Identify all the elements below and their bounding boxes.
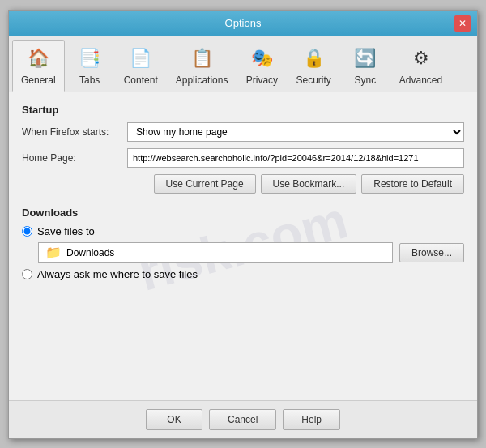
footer: OK Cancel Help	[9, 400, 477, 438]
privacy-icon: 🎭	[249, 45, 275, 71]
use-bookmark-button[interactable]: Use Bookmark...	[261, 174, 357, 194]
applications-icon: 📋	[189, 45, 215, 71]
toolbar-general-label: General	[21, 75, 56, 86]
homepage-row: Home Page:	[22, 148, 464, 168]
browse-button[interactable]: Browse...	[399, 243, 464, 262]
homepage-buttons: Use Current Page Use Bookmark... Restore…	[22, 174, 464, 194]
always-ask-label: Always ask me where to save files	[37, 268, 198, 280]
toolbar-privacy[interactable]: 🎭 Privacy	[237, 40, 287, 92]
folder-icon: 📁	[45, 245, 62, 260]
downloads-section-label: Downloads	[22, 207, 464, 219]
always-ask-row: Always ask me where to save files	[22, 268, 464, 280]
startup-dropdown-area: Show my home page Show a blank page Show…	[127, 122, 464, 142]
title-bar: Options ✕	[9, 11, 477, 36]
toolbar-privacy-label: Privacy	[246, 75, 278, 86]
startup-dropdown[interactable]: Show my home page Show a blank page Show…	[127, 122, 464, 142]
advanced-icon: ⚙	[408, 45, 434, 71]
toolbar-applications-label: Applications	[176, 75, 228, 86]
use-current-page-button[interactable]: Use Current Page	[154, 174, 256, 194]
content-icon: 📄	[128, 45, 154, 71]
toolbar-security-label: Security	[296, 75, 330, 86]
options-window: Options ✕ 🏠 General 📑 Tabs 📄 Content 📋 A…	[8, 10, 478, 439]
downloads-section: Downloads Save files to 📁 Downloads Brow…	[22, 207, 464, 280]
save-files-label: Save files to	[37, 225, 95, 237]
always-ask-radio[interactable]	[22, 269, 32, 279]
sync-icon: 🔄	[352, 45, 378, 71]
toolbar-tabs[interactable]: 📑 Tabs	[65, 40, 115, 92]
window-title: Options	[32, 17, 454, 29]
tabs-icon: 📑	[77, 45, 103, 71]
startup-section: Startup When Firefox starts: Show my hom…	[22, 104, 464, 194]
toolbar-advanced-label: Advanced	[399, 75, 442, 86]
close-button[interactable]: ✕	[454, 15, 471, 32]
toolbar-content[interactable]: 📄 Content	[115, 40, 167, 92]
toolbar-sync[interactable]: 🔄 Sync	[340, 40, 390, 92]
save-files-row: Save files to	[22, 225, 464, 237]
toolbar-sync-label: Sync	[354, 75, 376, 86]
startup-section-label: Startup	[22, 104, 464, 116]
toolbar-content-label: Content	[124, 75, 158, 86]
save-files-radio[interactable]	[22, 226, 32, 237]
homepage-input-area	[127, 148, 464, 168]
startup-row: When Firefox starts: Show my home page S…	[22, 122, 464, 142]
content-area: risk.com Startup When Firefox starts: Sh…	[9, 92, 477, 400]
general-icon: 🏠	[25, 45, 51, 71]
help-button[interactable]: Help	[283, 409, 340, 430]
toolbar-security[interactable]: 🔒 Security	[287, 40, 339, 92]
toolbar-applications[interactable]: 📋 Applications	[167, 40, 237, 92]
security-icon: 🔒	[301, 45, 326, 71]
home-page-label: Home Page:	[22, 152, 127, 164]
toolbar-general[interactable]: 🏠 General	[12, 40, 65, 92]
restore-default-button[interactable]: Restore to Default	[361, 174, 464, 194]
toolbar-tabs-label: Tabs	[79, 75, 100, 86]
cancel-button[interactable]: Cancel	[209, 409, 276, 430]
downloads-path-text: Downloads	[66, 247, 114, 258]
file-path-row: 📁 Downloads Browse...	[38, 242, 464, 263]
downloads-path-display: 📁 Downloads	[38, 242, 393, 263]
toolbar: 🏠 General 📑 Tabs 📄 Content 📋 Application…	[9, 36, 477, 92]
when-starts-label: When Firefox starts:	[22, 126, 127, 138]
ok-button[interactable]: OK	[146, 409, 202, 430]
footer-buttons: OK Cancel Help	[146, 409, 340, 430]
toolbar-advanced[interactable]: ⚙ Advanced	[390, 40, 451, 92]
homepage-input[interactable]	[127, 148, 464, 168]
